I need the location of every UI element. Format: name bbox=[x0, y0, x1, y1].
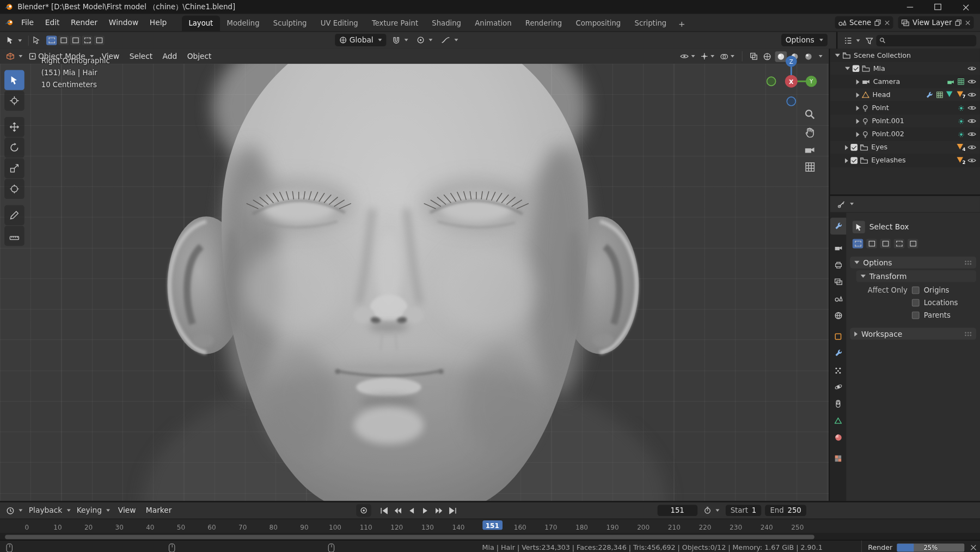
select-mode-intersect[interactable] bbox=[94, 35, 105, 45]
tab-texture[interactable] bbox=[830, 450, 846, 466]
disclosure-icon[interactable] bbox=[856, 105, 860, 110]
tab-layout[interactable]: Layout bbox=[182, 16, 220, 32]
tab-particles[interactable] bbox=[830, 362, 846, 379]
tab-view-layer[interactable] bbox=[830, 274, 846, 290]
navigation-gizmo[interactable]: Z Y X bbox=[763, 51, 820, 111]
pan-hand-icon[interactable] bbox=[804, 127, 815, 138]
hide-in-viewport-eye-icon[interactable] bbox=[967, 157, 976, 163]
tool-annotate[interactable] bbox=[4, 205, 24, 226]
jump-to-end-button[interactable] bbox=[446, 504, 459, 517]
tool-cursor[interactable] bbox=[4, 90, 24, 111]
outliner-row-mia[interactable]: Mia bbox=[830, 62, 980, 75]
sync-dropdown[interactable] bbox=[701, 506, 722, 515]
tab-compositing[interactable]: Compositing bbox=[569, 16, 628, 32]
next-keyframe-button[interactable] bbox=[432, 504, 445, 517]
hide-in-viewport-eye-icon[interactable] bbox=[967, 144, 976, 150]
outliner-row-head[interactable]: Head 7 bbox=[830, 88, 980, 101]
viewport-canvas[interactable] bbox=[0, 64, 829, 501]
tab-object[interactable] bbox=[830, 328, 846, 345]
outliner-row-camera[interactable]: Camera bbox=[830, 75, 980, 88]
tab-modifiers[interactable] bbox=[830, 345, 846, 362]
mode-intersect[interactable] bbox=[908, 239, 918, 248]
keying-dropdown[interactable]: Keying bbox=[74, 505, 112, 516]
tool-scale[interactable] bbox=[4, 158, 24, 178]
gizmos-dropdown[interactable] bbox=[699, 51, 716, 61]
current-frame-field[interactable]: 151 bbox=[657, 505, 697, 516]
menu-edit[interactable]: Edit bbox=[40, 16, 65, 29]
workspace-panel-header[interactable]: Workspace bbox=[850, 328, 976, 340]
tab-constraints[interactable] bbox=[830, 396, 846, 413]
select-mode-subtract[interactable] bbox=[70, 35, 81, 45]
playback-dropdown[interactable]: Playback bbox=[26, 505, 73, 516]
menu-render[interactable]: Render bbox=[66, 16, 102, 29]
tab-tool[interactable] bbox=[830, 217, 846, 234]
outliner-search[interactable] bbox=[876, 35, 976, 46]
editor-type-selector[interactable] bbox=[4, 51, 25, 61]
end-frame-field[interactable]: End 250 bbox=[765, 505, 806, 516]
tab-physics[interactable] bbox=[830, 379, 846, 396]
disclosure-icon[interactable] bbox=[856, 79, 860, 84]
start-frame-field[interactable]: Start 1 bbox=[726, 505, 762, 516]
tool-transform[interactable] bbox=[4, 179, 24, 199]
origins-checkbox[interactable] bbox=[912, 287, 920, 294]
mode-new[interactable] bbox=[853, 239, 863, 248]
menu-help[interactable]: Help bbox=[145, 16, 172, 29]
snap-toggle[interactable] bbox=[390, 35, 411, 45]
timeline-menu-view[interactable]: View bbox=[114, 505, 140, 516]
tab-rendering[interactable]: Rendering bbox=[518, 16, 569, 32]
tab-world[interactable] bbox=[830, 307, 846, 324]
hide-in-viewport-eye-icon[interactable] bbox=[967, 79, 976, 84]
scene-selector[interactable]: Scene bbox=[835, 16, 893, 29]
menu-window[interactable]: Window bbox=[104, 16, 144, 29]
transform-orientation-dropdown[interactable]: Global bbox=[335, 34, 386, 46]
disclosure-icon[interactable] bbox=[856, 92, 860, 97]
search-input[interactable] bbox=[888, 35, 973, 45]
hide-in-viewport-eye-icon[interactable] bbox=[967, 92, 976, 98]
previous-keyframe-button[interactable] bbox=[391, 504, 404, 517]
select-mode-extend[interactable] bbox=[58, 35, 69, 45]
disclosure-icon[interactable] bbox=[835, 54, 840, 57]
minimize-button[interactable] bbox=[896, 0, 924, 14]
parents-checkbox[interactable] bbox=[912, 312, 920, 319]
tool-select-box[interactable] bbox=[4, 70, 24, 90]
collection-checkbox[interactable] bbox=[850, 144, 857, 151]
tool-measure[interactable] bbox=[4, 226, 24, 246]
play-reverse-button[interactable] bbox=[405, 504, 418, 517]
maximize-button[interactable] bbox=[924, 0, 952, 14]
options-panel-header[interactable]: Options bbox=[850, 257, 976, 269]
viewport-menu-add[interactable]: Add bbox=[158, 51, 182, 62]
tab-texture-paint[interactable]: Texture Paint bbox=[365, 16, 425, 32]
play-button[interactable] bbox=[419, 504, 431, 517]
tab-uv-editing[interactable]: UV Editing bbox=[314, 16, 365, 32]
properties-editor-selector[interactable] bbox=[835, 198, 856, 209]
outliner-row-point[interactable]: Point bbox=[830, 101, 980, 114]
active-tool-selector[interactable] bbox=[4, 35, 24, 46]
collection-checkbox[interactable] bbox=[853, 65, 860, 72]
outliner-row-point-001[interactable]: Point.001 bbox=[830, 114, 980, 128]
auto-keying-toggle[interactable] bbox=[356, 504, 371, 517]
mode-subtract[interactable] bbox=[880, 239, 891, 248]
outliner-row-scene-collection[interactable]: Scene Collection bbox=[830, 49, 980, 62]
options-dropdown[interactable]: Options bbox=[781, 34, 828, 46]
jump-to-start-button[interactable] bbox=[377, 504, 390, 517]
tool-move[interactable] bbox=[4, 117, 24, 137]
locations-checkbox[interactable] bbox=[912, 299, 920, 307]
tool-rotate[interactable] bbox=[4, 138, 24, 158]
zoom-icon[interactable] bbox=[804, 109, 815, 120]
hide-in-viewport-eye-icon[interactable] bbox=[967, 105, 976, 111]
tab-render[interactable] bbox=[830, 240, 846, 257]
viewport-menu-object[interactable]: Object bbox=[183, 51, 216, 62]
blender-menu-icon[interactable] bbox=[4, 18, 15, 27]
disclosure-icon[interactable] bbox=[845, 67, 850, 70]
filter-icon[interactable] bbox=[866, 37, 873, 44]
tab-material[interactable] bbox=[830, 429, 846, 446]
camera-view-icon[interactable] bbox=[804, 145, 815, 154]
proportional-editing-toggle[interactable] bbox=[414, 35, 435, 45]
view-layer-selector[interactable]: View Layer bbox=[898, 16, 974, 29]
tab-animation[interactable]: Animation bbox=[468, 16, 519, 32]
disclosure-icon[interactable] bbox=[856, 119, 860, 124]
tab-modeling[interactable]: Modeling bbox=[220, 16, 266, 32]
new-view-layer-icon[interactable] bbox=[955, 19, 962, 26]
disclosure-icon[interactable] bbox=[856, 132, 860, 137]
unlink-scene-icon[interactable] bbox=[884, 20, 890, 25]
